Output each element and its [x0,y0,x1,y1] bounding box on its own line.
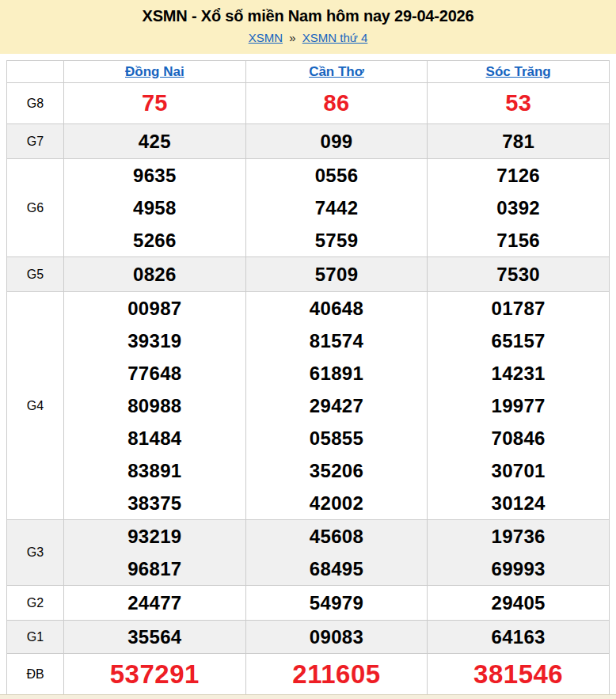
breadcrumb: XSMN » XSMN thứ 4 [0,31,616,44]
result-number: 70846 [428,422,609,454]
prize-row-g4: G4 00987 39319 77648 80988 81484 83891 3… [7,292,610,520]
result-number: 65157 [428,325,609,357]
result-number: 05855 [246,422,428,454]
result-number: 781 [428,124,609,158]
prize-label-g8: G8 [7,83,64,124]
result-number: 81574 [246,325,428,357]
lottery-results-table: Đồng Nai Cần Thơ Sóc Trăng G8 75 86 53 G… [6,60,610,695]
result-number: 42002 [246,487,428,519]
province-header-can-tho: Cần Thơ [245,61,428,83]
result-number: 54979 [246,586,428,620]
prize-label-db: ĐB [7,654,64,695]
prize-label-g6: G6 [7,159,64,257]
result-number: 537291 [64,654,245,694]
province-link-dong-nai[interactable]: Đồng Nai [125,64,184,79]
result-number: 01787 [428,292,609,325]
result-number: 9635 [64,159,245,192]
result-number: 75 [64,83,245,123]
result-number: 381546 [428,654,609,694]
result-number: 0826 [64,257,245,291]
result-number: 0556 [246,159,428,192]
result-number: 68495 [246,553,428,585]
prize-row-g8: G8 75 86 53 [7,83,610,124]
prize-label-g1: G1 [7,621,64,654]
result-number: 0392 [428,192,609,224]
prize-label-g3: G3 [7,520,64,586]
result-number: 7442 [246,192,428,224]
result-number: 211605 [246,654,428,694]
result-number: 425 [64,124,245,158]
result-number: 30701 [428,454,609,487]
province-header-dong-nai: Đồng Nai [64,61,246,83]
prize-row-g6: G6 9635 4958 5266 0556 7442 5759 7126 03… [7,159,610,257]
page-header: XSMN - Xổ số miền Nam hôm nay 29-04-2026… [0,0,616,54]
result-number: 7126 [428,159,609,192]
prize-row-g7: G7 425 099 781 [7,124,610,159]
next-section-strip [0,694,616,699]
result-number: 00987 [64,292,245,325]
prize-row-g2: G2 24477 54979 29405 [7,586,610,621]
result-number: 5266 [64,224,245,256]
result-number: 77648 [64,357,245,389]
breadcrumb-link-xsmn[interactable]: XSMN [249,31,283,44]
result-number: 69993 [428,553,609,585]
corner-cell [7,61,64,83]
result-number: 4958 [64,192,245,224]
result-number: 09083 [246,621,428,653]
result-number: 5759 [246,224,428,256]
prize-row-g1: G1 35564 09083 64163 [7,621,610,654]
result-number: 81484 [64,422,245,454]
result-number: 29427 [246,389,428,422]
result-number: 7156 [428,224,609,256]
results-table-container: Đồng Nai Cần Thơ Sóc Trăng G8 75 86 53 G… [6,60,610,695]
result-number: 30124 [428,487,609,519]
prize-row-g5: G5 0826 5709 7530 [7,257,610,292]
result-number: 83891 [64,454,245,487]
prize-label-g4: G4 [7,292,64,520]
result-number: 39319 [64,325,245,357]
prize-label-g2: G2 [7,586,64,621]
result-number: 93219 [64,520,245,553]
result-number: 38375 [64,487,245,519]
result-number: 24477 [64,586,245,620]
result-number: 19977 [428,389,609,422]
result-number: 96817 [64,553,245,585]
breadcrumb-link-current[interactable]: XSMN thứ 4 [302,31,368,44]
result-number: 7530 [428,257,609,291]
prize-row-g3: G3 93219 96817 45608 68495 19736 69993 [7,520,610,586]
result-number: 14231 [428,357,609,389]
prize-label-g5: G5 [7,257,64,292]
result-number: 099 [246,124,428,158]
prize-label-g7: G7 [7,124,64,159]
province-link-soc-trang[interactable]: Sóc Trăng [486,64,551,79]
result-number: 35206 [246,454,428,487]
result-number: 45608 [246,520,428,553]
result-number: 86 [246,83,428,123]
result-number: 80988 [64,389,245,422]
result-number: 35564 [64,621,245,653]
province-header-row: Đồng Nai Cần Thơ Sóc Trăng [7,61,610,83]
result-number: 53 [428,83,609,123]
result-number: 29405 [428,586,609,620]
result-number: 19736 [428,520,609,553]
result-number: 40648 [246,292,428,325]
page-title: XSMN - Xổ số miền Nam hôm nay 29-04-2026 [0,7,616,25]
prize-row-db: ĐB 537291 211605 381546 [7,654,610,695]
result-number: 61891 [246,357,428,389]
result-number: 5709 [246,257,428,291]
breadcrumb-separator: » [286,31,298,44]
province-header-soc-trang: Sóc Trăng [428,61,610,83]
result-number: 64163 [428,621,609,653]
province-link-can-tho[interactable]: Cần Thơ [309,64,364,79]
